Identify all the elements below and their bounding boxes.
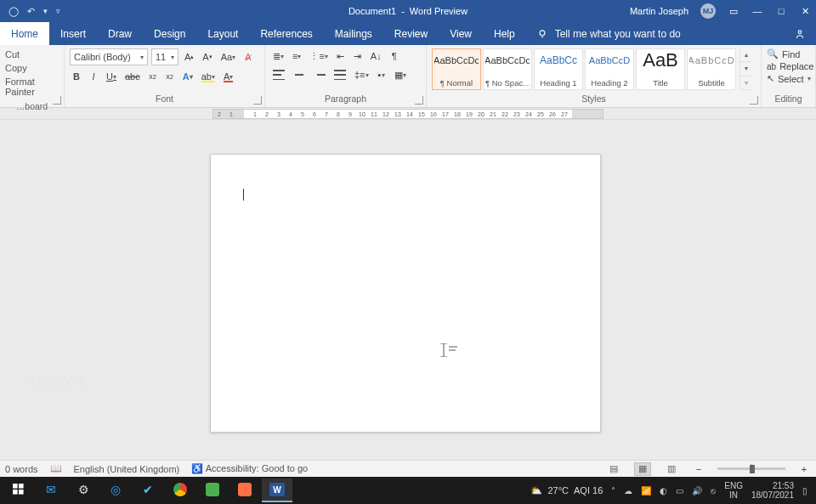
subscript-button[interactable]: x2 [146,69,160,84]
underline-button[interactable]: U▾ [104,69,119,84]
horizontal-ruler[interactable]: 2112345678910111213141516171819202122232… [0,108,816,120]
replace-button[interactable]: abReplace [767,61,810,71]
document-canvas[interactable]: HowXT [0,120,816,475]
shrink-font-button[interactable]: A▾ [200,49,214,65]
taskbar-mail-icon[interactable]: ✉ [36,479,66,502]
autosave-icon[interactable]: ◯ [8,6,19,17]
tray-battery-icon[interactable]: ▭ [676,486,683,496]
spellcheck-icon[interactable]: 📖 [50,463,62,474]
style--normal[interactable]: AaBbCcDc¶ Normal [432,48,481,90]
web-layout-button[interactable]: ▥ [663,462,680,476]
tray-app-icon[interactable]: ◐ [660,486,667,496]
tab-references[interactable]: References [249,22,323,45]
tab-view[interactable]: View [439,22,483,45]
taskbar-word-icon[interactable]: W [262,479,292,502]
taskbar-todo-icon[interactable]: ✔ [133,479,163,502]
taskbar-app1-icon[interactable] [197,479,228,502]
superscript-button[interactable]: x2 [163,69,177,84]
font-size-combo[interactable]: 11▾ [151,48,178,65]
maximize-icon[interactable]: □ [775,6,787,16]
qat-overflow-icon[interactable]: ▿ [56,7,60,15]
zoom-out-button[interactable]: − [692,462,706,477]
bold-button[interactable]: B [70,69,83,84]
align-right-button[interactable] [311,67,328,82]
tab-insert[interactable]: Insert [49,22,97,45]
borders-button[interactable]: ▦▾ [392,67,409,82]
ribbon-display-icon[interactable]: ▭ [728,6,740,17]
language-status[interactable]: English (United Kingdom) [74,464,180,474]
italic-button[interactable]: I [87,69,100,84]
bullets-button[interactable]: ≣▾ [270,48,286,64]
align-left-button[interactable] [270,67,287,82]
grow-font-button[interactable]: A▴ [182,49,196,65]
cut-button[interactable]: Cut [5,48,59,60]
shading-button[interactable]: ▪▾ [375,67,388,82]
show-marks-button[interactable]: ¶ [388,48,401,64]
minimize-icon[interactable]: — [751,6,763,16]
word-count[interactable]: 0 words [5,464,38,474]
tray-language[interactable]: ENGIN [724,481,743,501]
tell-me-search[interactable]: Tell me what you want to do [536,22,681,45]
justify-button[interactable] [332,67,348,82]
style-heading-1[interactable]: AaBbCcHeading 1 [534,48,583,90]
find-button[interactable]: 🔍Find [767,48,810,59]
font-dialog-launcher-icon[interactable] [253,96,262,105]
tab-review[interactable]: Review [383,22,439,45]
accessibility-status[interactable]: ♿ Accessibility: Good to go [191,463,308,474]
line-spacing-button[interactable]: ‡≡▾ [352,67,371,82]
style-subtitle[interactable]: AaBbCcDSubtitle [687,48,736,90]
paragraph-dialog-launcher-icon[interactable] [415,96,423,105]
copy-button[interactable]: Copy [5,62,59,74]
styles-scroll[interactable]: ▴▾▿ [740,48,751,90]
style-heading-2[interactable]: AaBbCcDHeading 2 [585,48,634,90]
numbering-button[interactable]: ≡▾ [290,48,303,64]
share-icon[interactable] [794,22,816,45]
tray-notifications-icon[interactable]: ▯ [802,486,808,496]
font-color-button[interactable]: A▾ [221,69,235,84]
tab-draw[interactable]: Draw [97,22,143,45]
tab-layout[interactable]: Layout [196,22,249,45]
user-name[interactable]: Martin Joseph [630,6,688,16]
close-icon[interactable]: ✕ [799,6,811,17]
tray-volume-icon[interactable]: 🔊 [692,486,702,496]
tray-onedrive-icon[interactable]: ☁ [624,486,632,496]
increase-indent-button[interactable]: ⇥ [351,48,365,64]
taskbar-chrome-icon[interactable] [165,479,196,502]
qat-more-icon[interactable]: ▾ [43,7,48,15]
clear-formatting-button[interactable]: A̷ [241,49,255,65]
tray-expand-icon[interactable]: ˄ [611,486,615,496]
tab-design[interactable]: Design [143,22,196,45]
multilevel-list-button[interactable]: ⋮≡▾ [307,48,330,64]
text-effects-button[interactable]: A▾ [180,69,196,84]
tab-help[interactable]: Help [483,22,526,45]
avatar[interactable]: MJ [700,3,716,19]
tray-clock[interactable]: 21:5318/07/2021 [751,481,794,501]
taskbar-settings-icon[interactable]: ⚙ [68,479,99,502]
change-case-button[interactable]: Aa▾ [218,49,238,65]
font-name-combo[interactable]: Calibri (Body)▾ [70,48,148,65]
tab-mailings[interactable]: Mailings [324,22,383,45]
style--no-spac-[interactable]: AaBbCcDc¶ No Spac… [483,48,532,90]
print-layout-button[interactable]: ▦ [634,462,651,476]
taskbar-weather[interactable]: ⛅ 27°C AQI 16 [530,485,603,496]
sort-button[interactable]: A↓ [368,48,384,64]
styles-dialog-launcher-icon[interactable] [750,96,758,105]
align-center-button[interactable] [291,67,308,82]
tray-wifi-icon[interactable]: 📶 [641,486,651,496]
strikethrough-button[interactable]: abc [122,69,143,84]
start-button[interactable] [3,479,34,502]
undo-icon[interactable]: ↶ [27,6,35,17]
read-mode-button[interactable]: ▤ [605,462,622,476]
zoom-in-button[interactable]: + [797,462,811,477]
highlight-button[interactable]: ab▾ [199,69,218,84]
style-title[interactable]: AaBTitle [636,48,685,90]
clipboard-dialog-launcher-icon[interactable] [53,96,61,105]
zoom-slider[interactable] [717,467,785,470]
select-button[interactable]: ↖Select▾ [767,73,810,84]
decrease-indent-button[interactable]: ⇤ [334,48,348,64]
taskbar-edge-icon[interactable]: ◎ [100,479,131,502]
format-painter-button[interactable]: Format Painter [5,76,59,98]
tab-home[interactable]: Home [0,22,49,45]
page[interactable] [210,154,601,433]
tray-security-icon[interactable]: ⎋ [711,486,716,496]
